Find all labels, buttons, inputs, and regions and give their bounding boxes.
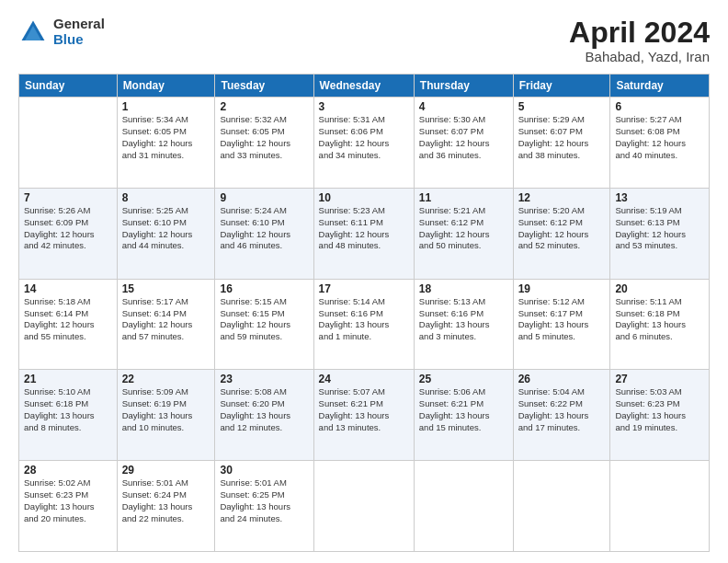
- calendar-cell: 2Sunrise: 5:32 AM Sunset: 6:05 PM Daylig…: [215, 98, 313, 189]
- calendar-cell: [513, 461, 610, 552]
- day-number: 21: [24, 373, 112, 385]
- calendar-cell: 21Sunrise: 5:10 AM Sunset: 6:18 PM Dayli…: [19, 370, 118, 461]
- calendar-cell: 10Sunrise: 5:23 AM Sunset: 6:11 PM Dayli…: [313, 188, 414, 279]
- day-number: 25: [419, 373, 508, 385]
- day-number: 15: [122, 282, 210, 295]
- day-number: 12: [518, 191, 606, 204]
- calendar-cell: [313, 461, 414, 552]
- day-number: 6: [615, 100, 704, 113]
- calendar-header-sunday: Sunday: [19, 75, 118, 98]
- day-number: 30: [220, 464, 308, 477]
- calendar-week-3: 14Sunrise: 5:18 AM Sunset: 6:14 PM Dayli…: [19, 279, 710, 370]
- day-number: 24: [319, 373, 409, 385]
- calendar-cell: 16Sunrise: 5:15 AM Sunset: 6:15 PM Dayli…: [215, 279, 313, 370]
- calendar-table: SundayMondayTuesdayWednesdayThursdayFrid…: [18, 74, 710, 552]
- calendar-cell: 18Sunrise: 5:13 AM Sunset: 6:16 PM Dayli…: [414, 279, 513, 370]
- day-number: 29: [122, 464, 210, 477]
- day-number: 16: [220, 282, 308, 295]
- title-block: April 2024 Bahabad, Yazd, Iran: [569, 17, 710, 64]
- calendar-cell: 30Sunrise: 5:01 AM Sunset: 6:25 PM Dayli…: [215, 461, 313, 552]
- day-number: 20: [615, 282, 704, 295]
- day-info: Sunrise: 5:11 AM Sunset: 6:18 PM Dayligh…: [615, 296, 704, 343]
- day-info: Sunrise: 5:14 AM Sunset: 6:16 PM Dayligh…: [319, 296, 409, 343]
- day-number: 9: [220, 191, 308, 204]
- header: General Blue April 2024 Bahabad, Yazd, I…: [18, 17, 710, 64]
- main-title: April 2024: [569, 17, 710, 49]
- calendar-cell: 17Sunrise: 5:14 AM Sunset: 6:16 PM Dayli…: [313, 279, 414, 370]
- calendar-cell: 25Sunrise: 5:06 AM Sunset: 6:21 PM Dayli…: [414, 370, 513, 461]
- logo: General Blue: [18, 17, 105, 47]
- day-number: 19: [518, 282, 606, 295]
- day-number: 17: [319, 282, 409, 295]
- day-info: Sunrise: 5:13 AM Sunset: 6:16 PM Dayligh…: [419, 296, 508, 343]
- page: General Blue April 2024 Bahabad, Yazd, I…: [0, 0, 728, 563]
- day-info: Sunrise: 5:32 AM Sunset: 6:05 PM Dayligh…: [220, 114, 308, 161]
- day-number: 13: [615, 191, 704, 204]
- day-info: Sunrise: 5:25 AM Sunset: 6:10 PM Dayligh…: [122, 205, 210, 252]
- calendar-cell: 13Sunrise: 5:19 AM Sunset: 6:13 PM Dayli…: [610, 188, 710, 279]
- calendar-cell: 23Sunrise: 5:08 AM Sunset: 6:20 PM Dayli…: [215, 370, 313, 461]
- day-info: Sunrise: 5:29 AM Sunset: 6:07 PM Dayligh…: [518, 114, 606, 161]
- day-info: Sunrise: 5:20 AM Sunset: 6:12 PM Dayligh…: [518, 205, 606, 252]
- day-number: 26: [518, 373, 606, 385]
- day-info: Sunrise: 5:04 AM Sunset: 6:22 PM Dayligh…: [518, 386, 606, 433]
- calendar-header-friday: Friday: [513, 75, 610, 98]
- day-number: 27: [615, 373, 704, 385]
- day-number: 22: [122, 373, 210, 385]
- day-number: 5: [518, 100, 606, 113]
- day-info: Sunrise: 5:21 AM Sunset: 6:12 PM Dayligh…: [419, 205, 508, 252]
- calendar-header-wednesday: Wednesday: [313, 75, 414, 98]
- logo-blue: Blue: [53, 32, 105, 48]
- calendar-cell: 5Sunrise: 5:29 AM Sunset: 6:07 PM Daylig…: [513, 98, 610, 189]
- calendar-cell: [414, 461, 513, 552]
- calendar-cell: 4Sunrise: 5:30 AM Sunset: 6:07 PM Daylig…: [414, 98, 513, 189]
- day-info: Sunrise: 5:01 AM Sunset: 6:25 PM Dayligh…: [220, 477, 308, 524]
- calendar-week-2: 7Sunrise: 5:26 AM Sunset: 6:09 PM Daylig…: [19, 188, 710, 279]
- day-info: Sunrise: 5:06 AM Sunset: 6:21 PM Dayligh…: [419, 386, 508, 433]
- calendar-header-tuesday: Tuesday: [215, 75, 313, 98]
- calendar-week-1: 1Sunrise: 5:34 AM Sunset: 6:05 PM Daylig…: [19, 98, 710, 189]
- calendar-week-5: 28Sunrise: 5:02 AM Sunset: 6:23 PM Dayli…: [19, 461, 710, 552]
- calendar-cell: 27Sunrise: 5:03 AM Sunset: 6:23 PM Dayli…: [610, 370, 710, 461]
- day-info: Sunrise: 5:19 AM Sunset: 6:13 PM Dayligh…: [615, 205, 704, 252]
- day-number: 2: [220, 100, 308, 113]
- calendar-cell: [19, 98, 118, 189]
- day-number: 18: [419, 282, 508, 295]
- day-info: Sunrise: 5:01 AM Sunset: 6:24 PM Dayligh…: [122, 477, 210, 524]
- calendar-cell: 11Sunrise: 5:21 AM Sunset: 6:12 PM Dayli…: [414, 188, 513, 279]
- day-number: 11: [419, 191, 508, 204]
- calendar-cell: 15Sunrise: 5:17 AM Sunset: 6:14 PM Dayli…: [117, 279, 215, 370]
- day-info: Sunrise: 5:15 AM Sunset: 6:15 PM Dayligh…: [220, 296, 308, 343]
- calendar-week-4: 21Sunrise: 5:10 AM Sunset: 6:18 PM Dayli…: [19, 370, 710, 461]
- calendar-cell: 14Sunrise: 5:18 AM Sunset: 6:14 PM Dayli…: [19, 279, 118, 370]
- day-number: 4: [419, 100, 508, 113]
- day-info: Sunrise: 5:03 AM Sunset: 6:23 PM Dayligh…: [615, 386, 704, 433]
- calendar-cell: 9Sunrise: 5:24 AM Sunset: 6:10 PM Daylig…: [215, 188, 313, 279]
- day-info: Sunrise: 5:31 AM Sunset: 6:06 PM Dayligh…: [319, 114, 409, 161]
- calendar-header-thursday: Thursday: [414, 75, 513, 98]
- calendar-cell: 1Sunrise: 5:34 AM Sunset: 6:05 PM Daylig…: [117, 98, 215, 189]
- calendar-cell: 8Sunrise: 5:25 AM Sunset: 6:10 PM Daylig…: [117, 188, 215, 279]
- day-number: 1: [122, 100, 210, 113]
- day-number: 28: [24, 464, 112, 477]
- day-number: 8: [122, 191, 210, 204]
- day-number: 14: [24, 282, 112, 295]
- day-info: Sunrise: 5:26 AM Sunset: 6:09 PM Dayligh…: [24, 205, 112, 252]
- logo-general: General: [53, 17, 105, 32]
- calendar-cell: [610, 461, 710, 552]
- calendar-cell: 26Sunrise: 5:04 AM Sunset: 6:22 PM Dayli…: [513, 370, 610, 461]
- day-info: Sunrise: 5:24 AM Sunset: 6:10 PM Dayligh…: [220, 205, 308, 252]
- day-info: Sunrise: 5:08 AM Sunset: 6:20 PM Dayligh…: [220, 386, 308, 433]
- day-info: Sunrise: 5:23 AM Sunset: 6:11 PM Dayligh…: [319, 205, 409, 252]
- calendar-cell: 7Sunrise: 5:26 AM Sunset: 6:09 PM Daylig…: [19, 188, 118, 279]
- day-info: Sunrise: 5:02 AM Sunset: 6:23 PM Dayligh…: [24, 477, 112, 524]
- day-number: 23: [220, 373, 308, 385]
- day-info: Sunrise: 5:30 AM Sunset: 6:07 PM Dayligh…: [419, 114, 508, 161]
- logo-icon: [18, 17, 48, 47]
- day-info: Sunrise: 5:27 AM Sunset: 6:08 PM Dayligh…: [615, 114, 704, 161]
- day-info: Sunrise: 5:17 AM Sunset: 6:14 PM Dayligh…: [122, 296, 210, 343]
- calendar-cell: 19Sunrise: 5:12 AM Sunset: 6:17 PM Dayli…: [513, 279, 610, 370]
- calendar-cell: 22Sunrise: 5:09 AM Sunset: 6:19 PM Dayli…: [117, 370, 215, 461]
- calendar-cell: 28Sunrise: 5:02 AM Sunset: 6:23 PM Dayli…: [19, 461, 118, 552]
- day-info: Sunrise: 5:10 AM Sunset: 6:18 PM Dayligh…: [24, 386, 112, 433]
